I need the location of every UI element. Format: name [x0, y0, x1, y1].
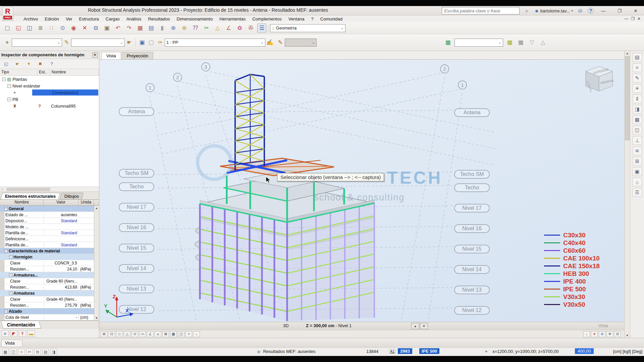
pan-icon[interactable]: ✥	[606, 331, 613, 337]
column-est[interactable]: Est..	[38, 69, 50, 75]
grid-vertical-scrollbar[interactable]: ▲▼	[94, 206, 99, 320]
layers-icon[interactable]: ▤	[42, 349, 49, 355]
snap-angle-icon[interactable]: ∠	[147, 331, 154, 337]
property-value[interactable]: CONCR_3.5	[44, 261, 78, 265]
redo-icon[interactable]: ↷	[124, 23, 133, 33]
copy-icon[interactable]: ⧉	[91, 23, 100, 33]
cart-icon[interactable]: ⛁	[576, 8, 584, 13]
tree-expander[interactable]: −	[7, 98, 11, 101]
property-value[interactable]: 413,69	[44, 285, 78, 290]
property-row[interactable]: Resisten...275,79(MPa)	[0, 302, 99, 308]
angle-measure-icon[interactable]: ∠	[224, 23, 233, 33]
property-row[interactable]: Cota de nivel-(cm)	[0, 314, 99, 320]
section-expander[interactable]: −	[9, 255, 12, 259]
menu-?[interactable]: ?	[308, 16, 317, 22]
grid-toggle-icon[interactable]: ⌗	[18, 349, 25, 355]
property-row[interactable]: Plantilla de...Standard	[0, 242, 99, 248]
tab-elementos-estructurales[interactable]: Elementos estructurales	[1, 193, 60, 199]
property-value[interactable]: Standard	[44, 219, 78, 223]
tree-row[interactable]: −Nivel estándar	[0, 82, 99, 89]
property-row[interactable]: Estado de ...ausentes	[0, 212, 99, 218]
print-preview-icon[interactable]: ∷	[47, 23, 56, 33]
property-value[interactable]: Standard	[44, 231, 78, 235]
view-settings-icon[interactable]: ▦	[2, 349, 9, 355]
tab-dibujos[interactable]: Dibujos	[60, 193, 84, 199]
view-tab-proyección[interactable]: Proyección	[122, 52, 153, 59]
property-row[interactable]: ClaseGrade 40 (Nerv...	[0, 296, 99, 302]
snap-center-icon[interactable]: ⊙	[131, 331, 138, 337]
view-params-icon[interactable]: ▤	[633, 53, 642, 62]
tree-row[interactable]: ✦Cimentación1	[0, 89, 99, 96]
property-row[interactable]: −Características de material	[0, 248, 99, 254]
calculation-table-icon[interactable]: ▤	[147, 23, 156, 33]
tree-selected-item[interactable]: Cimentación1	[32, 89, 98, 96]
tree-row[interactable]: −▤Plantas	[0, 76, 99, 82]
menu-an-lisis[interactable]: Análisis	[123, 16, 145, 22]
node-selection-combo[interactable]: ⌄	[71, 39, 125, 47]
delete-icon[interactable]: ✕	[80, 23, 89, 33]
scroll-right-icon[interactable]: ›	[583, 331, 590, 337]
filter-icon[interactable]: ▼	[25, 61, 32, 67]
level-down-button[interactable]: ▼	[420, 323, 428, 329]
zoom-icon[interactable]: ⊕	[169, 23, 178, 33]
property-value[interactable]: ausentes	[44, 213, 78, 217]
tab-cimentacion[interactable]: Cimentación	[1, 321, 41, 328]
property-row[interactable]: −Alzado	[0, 308, 99, 314]
property-row[interactable]: ClaseGrade 60 (Nerv...	[0, 278, 99, 284]
property-row[interactable]: ClaseCONCR_3.5	[0, 260, 99, 266]
property-row[interactable]: Disposició...Standard	[0, 218, 99, 224]
column-tipo[interactable]: Tipo	[0, 69, 38, 75]
property-row[interactable]: Plantilla de...Standard	[0, 230, 99, 236]
snap-node-icon[interactable]: ⊡	[108, 331, 115, 337]
section-expander[interactable]: −	[9, 274, 12, 277]
property-value[interactable]: -	[44, 315, 78, 320]
property-value[interactable]: 275,79	[44, 303, 78, 308]
scale-down-icon[interactable]: ▽	[527, 38, 536, 47]
tree-row[interactable]: ♜?Columna895	[0, 103, 99, 109]
maximize-button[interactable]: ❐	[613, 7, 626, 15]
find-object-icon[interactable]: ⁇	[191, 23, 200, 33]
display-filters-icon[interactable]: ☰	[257, 23, 266, 33]
grid-column-valor[interactable]: Valor	[44, 200, 78, 205]
menu-estructura[interactable]: Estructura	[76, 16, 102, 22]
screen-capture-icon[interactable]: ◉	[69, 23, 78, 33]
scale-up-icon[interactable]: △	[538, 38, 547, 47]
property-value[interactable]: Grade 40 (Nerv...	[44, 297, 78, 302]
node-number-badge[interactable]: 2983	[398, 348, 412, 354]
list-view-icon[interactable]: ☰	[633, 188, 642, 197]
inspector-close-button[interactable]: ✕	[92, 52, 98, 58]
tree-row[interactable]: −PB	[0, 96, 99, 103]
windows-icon[interactable]: ◫	[633, 126, 642, 134]
supports-icon[interactable]: ⊥	[633, 136, 642, 145]
bar-selection-combo[interactable]: ⌄	[12, 39, 62, 47]
mesh-view-icon[interactable]: ▦	[633, 115, 642, 124]
mdi-close-button[interactable]: ✕	[637, 16, 641, 21]
snap-scroll-left-icon[interactable]: ‹	[193, 331, 200, 337]
property-row[interactable]: −Armaduras	[0, 290, 99, 296]
menu-herramientas[interactable]: Herramientas	[216, 16, 249, 22]
property-value[interactable]: Standard	[44, 243, 78, 247]
help-icon[interactable]: ?	[48, 61, 55, 67]
measure-icon[interactable]: △	[213, 23, 222, 33]
tree-expander[interactable]: −	[2, 77, 6, 81]
save-icon[interactable]: ◫	[25, 23, 34, 33]
display-mode-icon[interactable]: ◫	[10, 349, 17, 355]
render-icon[interactable]: ☀	[633, 84, 642, 93]
menu-ver[interactable]: Ver	[62, 16, 76, 22]
column-nombre[interactable]: Nombre	[50, 69, 99, 75]
user-account-menu[interactable]: ☻ bartolome.tav... ▾	[534, 8, 573, 13]
property-row[interactable]: Resisten...24,10(MPa)	[0, 266, 99, 272]
add-view-icon[interactable]: ⊞	[633, 157, 642, 166]
binoculars-search-icon[interactable]: ⌕	[523, 8, 531, 14]
search-document-icon[interactable]: ⊙	[58, 23, 67, 33]
view-model-icon[interactable]: ▣	[138, 38, 147, 47]
snap-end-icon[interactable]: △	[124, 331, 130, 337]
mdi-restore-button[interactable]: ❐	[631, 16, 635, 21]
result-table-combo[interactable]: ⌄	[454, 39, 503, 47]
property-row[interactable]: −General	[0, 206, 99, 212]
split-icon[interactable]: ◨	[50, 349, 57, 355]
fly-mode-icon[interactable]: ✈	[591, 331, 598, 337]
clip-plane-icon[interactable]: ✂	[202, 23, 211, 33]
section-expander[interactable]: −	[9, 292, 12, 295]
red-section-icon[interactable]: ◤	[10, 330, 17, 337]
